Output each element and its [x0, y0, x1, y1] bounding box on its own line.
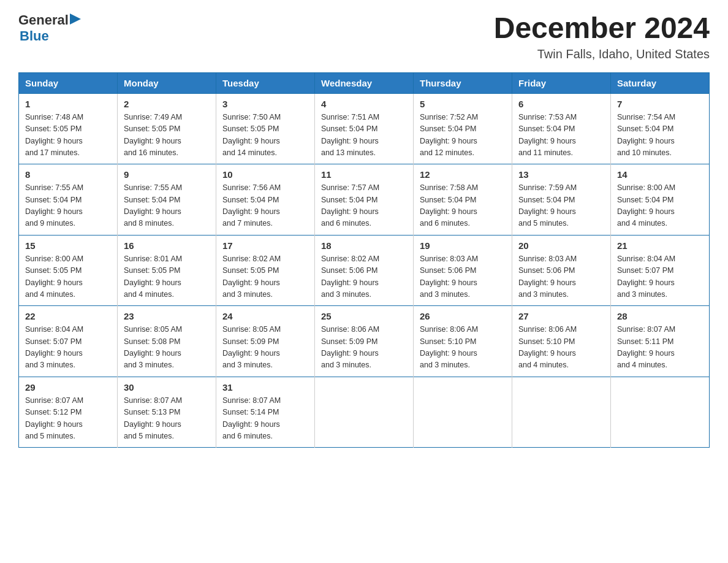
calendar-table: SundayMondayTuesdayWednesdayThursdayFrid…: [18, 72, 710, 448]
day-number: 26: [420, 311, 506, 321]
calendar-day-cell: 27 Sunrise: 8:06 AM Sunset: 5:10 PM Dayl…: [512, 306, 611, 377]
calendar-day-cell: 7 Sunrise: 7:54 AM Sunset: 5:04 PM Dayli…: [611, 93, 710, 164]
calendar-day-cell: 26 Sunrise: 8:06 AM Sunset: 5:10 PM Dayl…: [414, 306, 512, 377]
calendar-day-cell: 16 Sunrise: 8:01 AM Sunset: 5:05 PM Dayl…: [118, 235, 216, 306]
calendar-day-cell: 4 Sunrise: 7:51 AM Sunset: 5:04 PM Dayli…: [315, 93, 414, 164]
day-number: 9: [124, 169, 210, 180]
calendar-day-cell: 31 Sunrise: 8:07 AM Sunset: 5:14 PM Dayl…: [216, 377, 315, 448]
day-info: Sunrise: 7:50 AM Sunset: 5:05 PM Dayligh…: [222, 112, 308, 159]
day-info: Sunrise: 8:07 AM Sunset: 5:14 PM Dayligh…: [222, 395, 308, 443]
day-info: Sunrise: 7:48 AM Sunset: 5:05 PM Dayligh…: [25, 112, 111, 159]
day-number: 2: [124, 99, 210, 109]
day-info: Sunrise: 8:07 AM Sunset: 5:11 PM Dayligh…: [617, 324, 703, 372]
calendar-day-cell: 6 Sunrise: 7:53 AM Sunset: 5:04 PM Dayli…: [512, 93, 611, 164]
day-number: 3: [222, 99, 308, 109]
day-info: Sunrise: 8:04 AM Sunset: 5:07 PM Dayligh…: [617, 253, 703, 301]
calendar-week-row: 15 Sunrise: 8:00 AM Sunset: 5:05 PM Dayl…: [19, 235, 710, 306]
day-number: 15: [25, 240, 111, 251]
day-info: Sunrise: 8:07 AM Sunset: 5:12 PM Dayligh…: [25, 395, 111, 443]
day-info: Sunrise: 8:01 AM Sunset: 5:05 PM Dayligh…: [124, 253, 210, 301]
day-info: Sunrise: 7:58 AM Sunset: 5:04 PM Dayligh…: [420, 182, 506, 230]
day-info: Sunrise: 7:57 AM Sunset: 5:04 PM Dayligh…: [321, 182, 407, 230]
day-header-sunday: Sunday: [19, 72, 118, 93]
day-number: 30: [124, 382, 210, 393]
day-info: Sunrise: 7:55 AM Sunset: 5:04 PM Dayligh…: [25, 182, 111, 230]
day-number: 17: [222, 240, 308, 251]
day-info: Sunrise: 8:04 AM Sunset: 5:07 PM Dayligh…: [25, 324, 111, 372]
day-number: 6: [518, 99, 604, 109]
day-info: Sunrise: 8:05 AM Sunset: 5:09 PM Dayligh…: [222, 324, 308, 372]
day-info: Sunrise: 7:52 AM Sunset: 5:04 PM Dayligh…: [420, 112, 506, 159]
day-number: 10: [222, 169, 308, 180]
day-number: 29: [25, 382, 111, 393]
day-header-tuesday: Tuesday: [216, 72, 315, 93]
calendar-day-cell: 17 Sunrise: 8:02 AM Sunset: 5:05 PM Dayl…: [216, 235, 315, 306]
svg-marker-0: [70, 13, 81, 25]
calendar-day-cell: 8 Sunrise: 7:55 AM Sunset: 5:04 PM Dayli…: [19, 164, 118, 236]
location-title: Twin Falls, Idaho, United States: [494, 47, 710, 61]
calendar-day-cell: 24 Sunrise: 8:05 AM Sunset: 5:09 PM Dayl…: [216, 306, 315, 377]
calendar-day-cell: 11 Sunrise: 7:57 AM Sunset: 5:04 PM Dayl…: [315, 164, 414, 236]
day-number: 27: [518, 311, 604, 321]
calendar-day-cell: 12 Sunrise: 7:58 AM Sunset: 5:04 PM Dayl…: [414, 164, 512, 236]
calendar-day-cell: 13 Sunrise: 7:59 AM Sunset: 5:04 PM Dayl…: [512, 164, 611, 236]
calendar-day-cell: 30 Sunrise: 8:07 AM Sunset: 5:13 PM Dayl…: [118, 377, 216, 448]
logo: General Blue: [18, 12, 81, 44]
day-number: 5: [420, 99, 506, 109]
day-number: 8: [25, 169, 111, 180]
calendar-day-cell: 22 Sunrise: 8:04 AM Sunset: 5:07 PM Dayl…: [19, 306, 118, 377]
day-info: Sunrise: 8:00 AM Sunset: 5:05 PM Dayligh…: [25, 253, 111, 301]
calendar-day-cell: 5 Sunrise: 7:52 AM Sunset: 5:04 PM Dayli…: [414, 93, 512, 164]
day-info: Sunrise: 8:02 AM Sunset: 5:06 PM Dayligh…: [321, 253, 407, 301]
day-number: 13: [518, 169, 604, 180]
day-number: 21: [617, 240, 703, 251]
page-header: General Blue December 2024 Twin Falls, I…: [18, 12, 710, 61]
day-number: 24: [222, 311, 308, 321]
day-info: Sunrise: 8:05 AM Sunset: 5:08 PM Dayligh…: [124, 324, 210, 372]
logo-blue-text: Blue: [20, 28, 81, 44]
calendar-day-cell: 19 Sunrise: 8:03 AM Sunset: 5:06 PM Dayl…: [414, 235, 512, 306]
day-info: Sunrise: 7:54 AM Sunset: 5:04 PM Dayligh…: [617, 112, 703, 159]
calendar-week-row: 8 Sunrise: 7:55 AM Sunset: 5:04 PM Dayli…: [19, 164, 710, 236]
calendar-day-cell: 23 Sunrise: 8:05 AM Sunset: 5:08 PM Dayl…: [118, 306, 216, 377]
calendar-day-cell: 25 Sunrise: 8:06 AM Sunset: 5:09 PM Dayl…: [315, 306, 414, 377]
calendar-week-row: 29 Sunrise: 8:07 AM Sunset: 5:12 PM Dayl…: [19, 377, 710, 448]
day-info: Sunrise: 8:02 AM Sunset: 5:05 PM Dayligh…: [222, 253, 308, 301]
calendar-day-cell: 9 Sunrise: 7:55 AM Sunset: 5:04 PM Dayli…: [118, 164, 216, 236]
day-number: 4: [321, 99, 407, 109]
day-info: Sunrise: 7:55 AM Sunset: 5:04 PM Dayligh…: [124, 182, 210, 230]
month-title: December 2024: [494, 12, 710, 45]
logo-arrow-icon: [70, 13, 81, 25]
day-number: 31: [222, 382, 308, 393]
calendar-day-cell: [611, 377, 710, 448]
day-header-saturday: Saturday: [611, 72, 710, 93]
calendar-day-cell: 21 Sunrise: 8:04 AM Sunset: 5:07 PM Dayl…: [611, 235, 710, 306]
day-number: 18: [321, 240, 407, 251]
calendar-day-cell: 1 Sunrise: 7:48 AM Sunset: 5:05 PM Dayli…: [19, 93, 118, 164]
day-info: Sunrise: 7:56 AM Sunset: 5:04 PM Dayligh…: [222, 182, 308, 230]
day-number: 14: [617, 169, 703, 180]
day-info: Sunrise: 8:06 AM Sunset: 5:10 PM Dayligh…: [420, 324, 506, 372]
calendar-day-cell: 29 Sunrise: 8:07 AM Sunset: 5:12 PM Dayl…: [19, 377, 118, 448]
calendar-day-cell: 2 Sunrise: 7:49 AM Sunset: 5:05 PM Dayli…: [118, 93, 216, 164]
calendar-day-cell: 14 Sunrise: 8:00 AM Sunset: 5:04 PM Dayl…: [611, 164, 710, 236]
day-number: 25: [321, 311, 407, 321]
calendar-week-row: 22 Sunrise: 8:04 AM Sunset: 5:07 PM Dayl…: [19, 306, 710, 377]
day-info: Sunrise: 8:03 AM Sunset: 5:06 PM Dayligh…: [518, 253, 604, 301]
calendar-day-cell: [315, 377, 414, 448]
day-info: Sunrise: 7:49 AM Sunset: 5:05 PM Dayligh…: [124, 112, 210, 159]
calendar-day-cell: 3 Sunrise: 7:50 AM Sunset: 5:05 PM Dayli…: [216, 93, 315, 164]
calendar-day-cell: 15 Sunrise: 8:00 AM Sunset: 5:05 PM Dayl…: [19, 235, 118, 306]
day-number: 22: [25, 311, 111, 321]
day-header-wednesday: Wednesday: [315, 72, 414, 93]
day-number: 23: [124, 311, 210, 321]
day-number: 20: [518, 240, 604, 251]
calendar-day-cell: [512, 377, 611, 448]
day-header-friday: Friday: [512, 72, 611, 93]
logo-general-text: General: [18, 12, 69, 28]
day-info: Sunrise: 8:00 AM Sunset: 5:04 PM Dayligh…: [617, 182, 703, 230]
calendar-day-cell: [414, 377, 512, 448]
title-area: December 2024 Twin Falls, Idaho, United …: [494, 12, 710, 61]
day-info: Sunrise: 8:03 AM Sunset: 5:06 PM Dayligh…: [420, 253, 506, 301]
calendar-day-cell: 20 Sunrise: 8:03 AM Sunset: 5:06 PM Dayl…: [512, 235, 611, 306]
